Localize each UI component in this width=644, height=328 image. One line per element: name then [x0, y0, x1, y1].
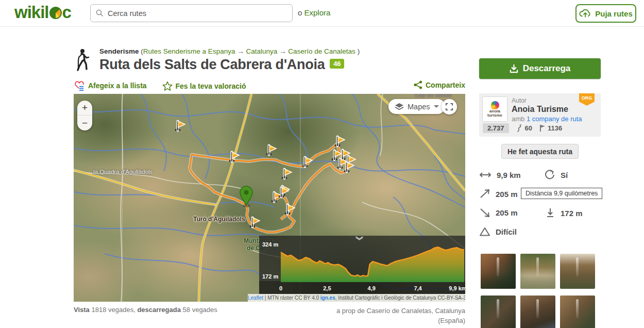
trail-line — [380, 94, 383, 156]
share-label: Comparteix — [426, 81, 465, 89]
location-line-1: a prop de Caserío de Canaletas, Cataluny… — [311, 306, 465, 316]
leaflet-link[interactable]: Leaflet — [248, 295, 263, 301]
attribution-sep: | — [263, 295, 267, 301]
stream-line — [434, 156, 465, 200]
zoom-out-button[interactable]: − — [77, 116, 92, 130]
distance-value: 9,9 km — [497, 171, 521, 179]
route-photo-6[interactable] — [560, 296, 595, 328]
route-photo-3[interactable] — [560, 254, 595, 289]
stream-line — [141, 94, 166, 171]
download-button[interactable]: Descarrega — [479, 58, 601, 79]
svg-text:7,4: 7,4 — [414, 285, 422, 291]
logo-text-left: wikil — [14, 3, 49, 22]
waypoint-flag[interactable] — [282, 169, 292, 179]
ign-link[interactable]: ign.es — [320, 295, 335, 301]
waypoint-flag[interactable] — [335, 137, 345, 147]
descent-value: 205 m — [496, 208, 518, 217]
search-input[interactable] — [108, 9, 287, 18]
svg-text:0: 0 — [279, 285, 282, 291]
author-avatar[interactable]: anoia turisme — [483, 97, 507, 121]
upload-route-button[interactable]: Puja rutes — [575, 4, 636, 23]
companion-prefix: amb — [512, 115, 524, 123]
route-photo-1[interactable] — [481, 254, 516, 289]
logo-o-icon — [49, 7, 62, 19]
star-icon — [162, 81, 173, 91]
trail-line — [121, 94, 123, 302]
author-label: Autor — [512, 97, 582, 104]
explore-row: o Explora — [298, 8, 330, 17]
distance-tooltip: Distància 9,9 quilòmetres — [521, 188, 602, 199]
breadcrumb-link-caserio[interactable]: Caserío de Canaletas — [288, 47, 355, 55]
breadcrumb-link-catalunya[interactable]: Catalunya — [246, 47, 277, 55]
cloud-upload-icon — [579, 9, 591, 18]
add-to-list-link[interactable]: Afegeix a la llista — [74, 80, 147, 91]
map-layers-label: Mapes — [408, 103, 430, 111]
fullscreen-icon — [446, 103, 453, 110]
chevron-down-icon — [434, 105, 439, 108]
small-flag-icon — [539, 124, 546, 132]
download-icon — [510, 64, 518, 73]
collapse-profile-chevron-icon[interactable]: ❯ — [357, 236, 362, 241]
stream-line — [105, 254, 259, 274]
downloads-value: 58 vegades — [183, 306, 217, 314]
action-row: Afegeix a la llista Fes la teva valoraci… — [74, 80, 465, 92]
wikiloc-logo[interactable]: wikilc — [14, 3, 71, 22]
fullscreen-button[interactable] — [442, 99, 457, 114]
or-label: o — [298, 8, 302, 17]
difficulty-value: Difícil — [496, 227, 517, 236]
route-photo-5[interactable] — [520, 296, 555, 328]
stat-ascent: 205 m — [479, 189, 518, 199]
zoom-in-button[interactable]: + — [77, 101, 92, 116]
hiking-activity-icon — [74, 48, 90, 73]
stat-min-altitude: 172 m — [545, 207, 583, 219]
search-box[interactable] — [90, 4, 293, 22]
breadcrumb: Senderisme (Rutes Senderisme a Espanya →… — [99, 47, 360, 55]
route-photo-2[interactable] — [520, 254, 555, 289]
anoia-turisme-logo-icon — [491, 101, 499, 109]
trail-line — [74, 171, 244, 189]
route-line — [190, 144, 348, 232]
add-to-list-label: Afegeix a la llista — [88, 81, 147, 90]
svg-text:324 m: 324 m — [262, 241, 278, 248]
share-link[interactable]: Comparteix — [414, 80, 465, 89]
companions-row: amb 1 company de ruta — [512, 115, 582, 123]
waypoint-flag[interactable] — [175, 121, 185, 132]
svg-text:2,5: 2,5 — [323, 285, 331, 291]
breadcrumb-sep-2: → — [279, 47, 286, 55]
uploads-count: 1136 — [548, 124, 562, 132]
author-name-link[interactable]: Anoia Turisme — [512, 105, 582, 114]
route-title-text: Ruta dels Salts de Cabrera d'Anoia — [99, 57, 325, 72]
trails-count: 60 — [525, 124, 532, 132]
stat-loop: Sí — [544, 169, 568, 181]
route-map[interactable]: la Quadra d'AgullàdolsTuró d'AguilàdolsC… — [74, 94, 465, 302]
views-label: Vista — [74, 306, 90, 314]
breadcrumb-activity[interactable]: Senderisme — [99, 47, 139, 55]
share-icon — [414, 80, 422, 89]
stat-descent: 205 m — [479, 207, 518, 218]
distance-icon — [479, 170, 492, 179]
download-label: Descarrega — [523, 63, 571, 74]
route-photo-4[interactable] — [481, 296, 516, 328]
min-altitude-icon — [545, 207, 555, 219]
rate-route-link[interactable]: Fes la teva valoració — [162, 81, 246, 91]
downloads-label: descarregada — [137, 306, 181, 314]
waypoint-flag[interactable] — [266, 145, 277, 156]
map-layers-button[interactable]: Mapes — [388, 99, 445, 114]
stat-difficulty: Difícil — [479, 226, 517, 237]
author-card: anoia turisme Autor Anoia Turisme amb 1 … — [479, 93, 601, 137]
views-value: 1818 vegades, — [91, 306, 135, 314]
difficulty-icon — [479, 226, 490, 237]
elevation-profile-panel[interactable]: ❯ 324 m172 m02,54,97,49,9 km — [259, 236, 465, 294]
companion-link[interactable]: 1 company de ruta — [527, 115, 582, 123]
map-attribution: Leaflet | MTN ráster CC BY 4.0 ign.es, I… — [248, 294, 465, 302]
location-line-2: (España) — [311, 316, 465, 325]
breadcrumb-link-spain[interactable]: Rutes Senderisme a Espanya — [143, 47, 235, 55]
trail-icon — [516, 124, 523, 133]
breadcrumb-sep-1: → — [237, 47, 244, 55]
svg-text:4,9: 4,9 — [368, 285, 376, 291]
page-title: Ruta dels Salts de Cabrera d'Anoia46 — [99, 57, 344, 73]
ascent-value: 205 m — [496, 190, 518, 199]
trailrank-chip: 2.737 — [483, 123, 509, 133]
done-this-trail-button[interactable]: He fet aquesta ruta — [501, 144, 579, 159]
explore-link[interactable]: Explora — [304, 8, 331, 17]
